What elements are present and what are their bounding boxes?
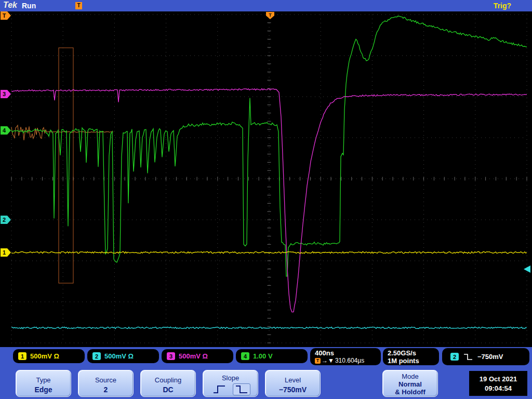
ch4-scale: 1.00 V [253, 352, 273, 360]
source-button-value: 2 [78, 385, 133, 394]
channel-marker-2-label: 2 [3, 217, 6, 223]
trigger-level-value: −750mV [477, 353, 503, 361]
top-status-bar: Tek Run T Trig? [0, 0, 532, 11]
mode-button-value: Normal [383, 380, 437, 388]
left-trigger-marker-label: T [3, 12, 6, 19]
scope-display: 3421TT [0, 11, 532, 347]
oscilloscope-screen: Tek Run T Trig? 3421TT 1 500mV Ω 2 500mV… [0, 0, 532, 399]
level-button[interactable]: Level −750mV [265, 370, 321, 397]
trigger-position-label: T [269, 12, 272, 18]
channel-marker-1-label: 1 [3, 249, 6, 256]
slope-button-title: Slope [203, 374, 258, 382]
delay-trigger-badge: T [315, 358, 321, 364]
ch3-scale: 500mV Ω [179, 352, 208, 360]
sample-rate: 2.50GS/s [388, 349, 434, 357]
falling-edge-icon [463, 353, 473, 361]
ch4-badge: 4 [241, 352, 249, 360]
ch1-readout: 1 500mV Ω [13, 349, 85, 363]
rising-edge-icon[interactable] [211, 384, 228, 395]
trigger-source-badge: 2 [450, 353, 459, 361]
coupling-button-value: DC [141, 385, 195, 394]
time-value: 09:04:54 [485, 384, 512, 392]
trigger-readout: 2 −750mV [442, 348, 529, 365]
delay-readout: T →▼ 310.604µs [315, 357, 376, 364]
slope-button[interactable]: Slope [203, 370, 258, 397]
ch3-badge: 3 [167, 352, 175, 360]
channel-marker-4-label: 4 [3, 127, 6, 134]
level-button-title: Level [265, 376, 320, 384]
slope-options [203, 383, 258, 395]
trace-aux-burst [11, 125, 47, 140]
ch4-readout: 4 1.00 V [236, 349, 308, 363]
source-button[interactable]: Source 2 [78, 370, 134, 397]
ch2-badge: 2 [92, 352, 101, 360]
timebase-readout: 400ns T →▼ 310.604µs [310, 348, 381, 365]
level-button-value: −750mV [265, 385, 320, 394]
mode-button-title: Mode [383, 373, 437, 380]
falling-edge-icon[interactable] [233, 383, 250, 395]
type-button-value: Edge [16, 385, 71, 394]
trigger-status: Trig? [494, 2, 511, 10]
mode-button[interactable]: Mode Normal & Holdoff [382, 370, 438, 397]
coupling-button-title: Coupling [141, 376, 195, 384]
ch3-readout: 3 500mV Ω [162, 349, 233, 363]
delay-arrow-icon: →▼ [322, 357, 334, 364]
trace-ch3 [11, 89, 527, 312]
ch1-badge: 1 [18, 352, 26, 360]
date-value: 19 Oct 2021 [480, 375, 517, 383]
acquisition-status: Run [22, 2, 36, 10]
coupling-button[interactable]: Coupling DC [140, 370, 196, 397]
timebase-value: 400ns [315, 349, 376, 357]
trace-ch2 [11, 327, 527, 328]
delay-value: 310.604µs [335, 357, 364, 364]
trigger-menu-bar: Type Edge Source 2 Coupling DC Slope Lev… [0, 366, 532, 399]
ch2-scale: 500mV Ω [104, 352, 134, 360]
datetime-display: 19 Oct 2021 09:04:54 [469, 371, 527, 396]
ch1-scale: 500mV Ω [30, 352, 59, 360]
scope-canvas: 3421TT [0, 11, 532, 347]
source-button-title: Source [78, 376, 133, 384]
zoom-region-box [59, 48, 73, 283]
channel-marker-3-label: 3 [3, 91, 6, 97]
record-length: 1M points [388, 357, 434, 365]
tek-logo: Tek [3, 1, 17, 10]
type-button[interactable]: Type Edge [16, 370, 71, 397]
trigger-flag-icon: T [75, 2, 82, 9]
mode-button-value2: & Holdoff [383, 388, 437, 396]
readout-bar: 1 500mV Ω 2 500mV Ω 3 500mV Ω 4 1.00 V 4… [0, 347, 532, 366]
type-button-title: Type [16, 376, 71, 384]
ch2-readout: 2 500mV Ω [87, 349, 159, 363]
trigger-level-marker[interactable] [524, 265, 530, 273]
acquisition-readout: 2.50GS/s 1M points [383, 348, 439, 365]
